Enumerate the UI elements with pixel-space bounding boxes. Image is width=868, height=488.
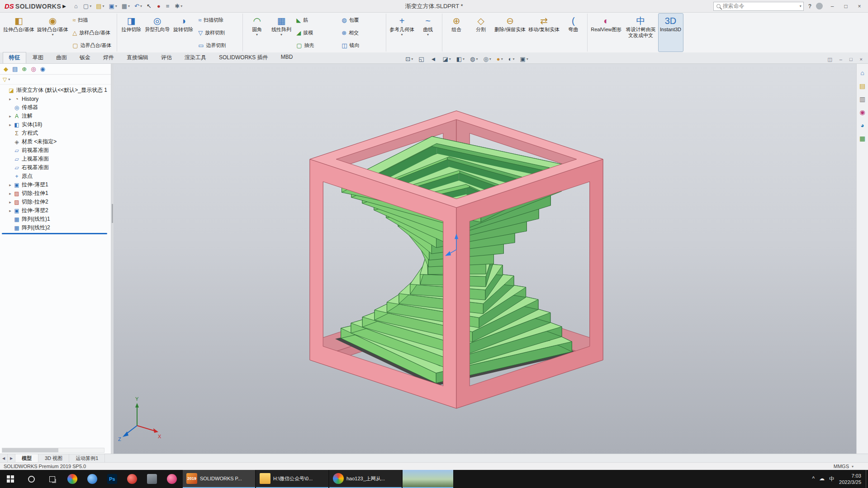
pinned-app-button[interactable]	[142, 470, 162, 488]
tab-nav-arrow[interactable]: ▶	[8, 454, 15, 462]
feature-tree-item[interactable]: ◪ 渐变立方体 (默认<<默认>_显示状态 1	[0, 86, 111, 95]
ribbon-button[interactable]	[386, 14, 386, 52]
quick-access-button[interactable]: ▤ ▾	[94, 2, 106, 10]
ribbon-button[interactable]: ▢ 边界凸台/基体	[70, 39, 115, 52]
feature-tree-item[interactable]: + 原点	[0, 172, 111, 180]
feature-tree-item[interactable]: ▱ 上视基准面	[0, 155, 111, 163]
document-window-button[interactable]: □	[847, 56, 855, 63]
ribbon-button[interactable]: ◢ 拔模	[294, 26, 339, 39]
tab-nav-arrow[interactable]: ◀	[0, 454, 8, 462]
task-pane-icon[interactable]: ▥	[859, 95, 865, 103]
taskbar-app-button[interactable]: hao123_上网从...	[329, 470, 402, 488]
taskbar-app-button[interactable]: 2019 SOLIDWORKS P...	[183, 470, 255, 488]
ribbon-tab[interactable]: 焊件	[97, 52, 120, 63]
document-tab[interactable]: 模型	[15, 454, 38, 462]
pinned-app-button[interactable]	[122, 470, 142, 488]
ribbon-button[interactable]: ◎ 异型孔向导	[143, 14, 171, 52]
ribbon-button[interactable]: ◧ 拉伸凸台/基体	[2, 14, 36, 52]
ribbon-button[interactable]: ⇄ 移动/复制实体	[527, 14, 561, 52]
ribbon-button[interactable]: 3D Instant3D	[659, 14, 683, 52]
view-tool-button[interactable]: ◱	[416, 55, 427, 63]
scrollbar-thumb[interactable]	[2, 448, 58, 452]
pinned-app-button[interactable]: Ps	[102, 470, 122, 488]
pinned-app-button[interactable]	[162, 470, 182, 488]
feature-tree-item[interactable]: ▸ ▨ 切除-拉伸1	[0, 189, 111, 198]
pinned-app-button[interactable]	[82, 470, 102, 488]
panel-tab-icon[interactable]: ▤	[12, 66, 18, 72]
ribbon-button[interactable]: 中 将设计树由英文改成中文	[623, 14, 659, 52]
task-pane-icon[interactable]: ▤	[859, 82, 865, 90]
ribbon-button[interactable]: + 参考几何体 ▾	[388, 14, 416, 52]
ribbon-button[interactable]	[117, 14, 117, 52]
ribbon-tab[interactable]: 评估	[155, 52, 178, 63]
ribbon-button[interactable]: ◇ 分割	[469, 14, 493, 52]
quick-access-button[interactable]: ↖	[145, 2, 154, 10]
ribbon-button[interactable]: ▭ 边界切割	[195, 39, 241, 52]
view-tool-button[interactable]: ◎ ▾	[481, 55, 493, 63]
feature-tree-item[interactable]: ▦ 阵列(线性)1	[0, 215, 111, 223]
expand-arrow-icon[interactable]: ▸	[7, 208, 13, 213]
task-view-button[interactable]	[42, 470, 62, 488]
feature-tree-item[interactable]: ▸ ▣ 拉伸-薄壁1	[0, 180, 111, 189]
document-window-button[interactable]: ◫	[825, 56, 835, 63]
start-button[interactable]	[0, 470, 21, 488]
quick-access-button[interactable]: ≡	[164, 2, 172, 10]
ribbon-button[interactable]: ◐ RealView图形	[589, 14, 623, 52]
view-tool-button[interactable]: ● ▾	[494, 55, 505, 63]
cortana-search-button[interactable]	[21, 470, 42, 488]
ribbon-button[interactable]: ≈ 扫描	[70, 14, 115, 26]
feature-tree-item[interactable]: ▸ A 注解	[0, 112, 111, 120]
tray-icon[interactable]: ^	[812, 475, 815, 483]
task-pane-icon[interactable]: ▦	[859, 135, 865, 142]
filter-funnel-icon[interactable]: ▽	[3, 76, 7, 83]
view-tool-button[interactable]: ◄	[428, 55, 440, 63]
ribbon-tab[interactable]: 曲面	[50, 52, 73, 63]
feature-tree-item[interactable]: ▸ ▣ 拉伸-薄壁2	[0, 206, 111, 215]
tray-icon[interactable]: 中	[829, 475, 835, 483]
view-tool-button[interactable]: ⊡ ▾	[403, 55, 415, 63]
quick-access-button[interactable]: ▣ ▾	[107, 2, 119, 10]
feature-tree-item[interactable]: ▸ ◔ History	[0, 95, 111, 103]
ribbon-button[interactable]: ◣ 筋	[294, 14, 339, 26]
document-tab[interactable]: 运动算例1	[69, 454, 105, 462]
window-control-button[interactable]: □	[839, 1, 853, 12]
expand-arrow-icon[interactable]: ▸	[7, 191, 13, 196]
ribbon-button[interactable]	[442, 14, 442, 52]
units-selector[interactable]: MMGS	[834, 464, 849, 469]
ribbon-button[interactable]: ▽ 放样切割	[195, 26, 241, 39]
pinned-app-button[interactable]	[62, 470, 82, 488]
user-account-icon[interactable]	[816, 3, 823, 9]
view-tool-button[interactable]: ◍ ▾	[468, 55, 480, 63]
feature-tree-item[interactable]: ▦ 阵列(线性)2	[0, 223, 111, 232]
panel-tab-icon[interactable]: ⊕	[22, 66, 27, 72]
feature-tree-item[interactable]: ▱ 右视基准面	[0, 163, 111, 172]
graphics-viewport[interactable]: YXZ	[114, 64, 856, 454]
ribbon-button[interactable]: ◉ 旋转凸台/基体 ▾	[36, 14, 70, 52]
ribbon-tab[interactable]: 钣金	[73, 52, 97, 63]
show-desktop-button[interactable]	[866, 470, 868, 488]
ribbon-button[interactable]: ~ 曲线 ▾	[416, 14, 440, 52]
ribbon-button[interactable]: ⊖ 删除/保留实体	[493, 14, 527, 52]
quick-access-button[interactable]: ✱ ▾	[173, 2, 184, 10]
view-tool-button[interactable]: ◪ ▾	[440, 55, 453, 63]
view-tool-button[interactable]: ◧ ▾	[454, 55, 467, 63]
feature-tree-item[interactable]: ▱ 前视基准面	[0, 146, 111, 155]
ribbon-button[interactable]	[242, 14, 243, 52]
panel-tab-icon[interactable]: ◉	[40, 66, 45, 72]
document-window-button[interactable]: ×	[857, 56, 865, 63]
feature-tree-item[interactable]: ◎ 传感器	[0, 103, 111, 112]
quick-access-button[interactable]: ●	[155, 2, 163, 10]
ribbon-button[interactable]: ( 弯曲	[561, 14, 585, 52]
panel-tab-icon[interactable]: ◎	[31, 66, 36, 72]
ribbon-tab[interactable]: 渲染工具	[178, 52, 213, 63]
expand-arrow-icon[interactable]: ▸	[7, 97, 13, 101]
feature-tree-item[interactable]: Σ 方程式	[0, 129, 111, 137]
panel-horizontal-scrollbar[interactable]	[2, 448, 104, 453]
feature-tree-item[interactable]: ▸ ▨ 切除-拉伸2	[0, 198, 111, 206]
tray-icon[interactable]: ☁	[819, 475, 825, 483]
rollback-bar[interactable]	[2, 233, 107, 234]
quick-access-button[interactable]: ▦ ▾	[120, 2, 132, 10]
chevron-down-icon[interactable]: ▾	[852, 464, 854, 469]
panel-tab-icon[interactable]: ◆	[4, 66, 8, 72]
task-pane-icon[interactable]: ◕	[860, 122, 864, 129]
